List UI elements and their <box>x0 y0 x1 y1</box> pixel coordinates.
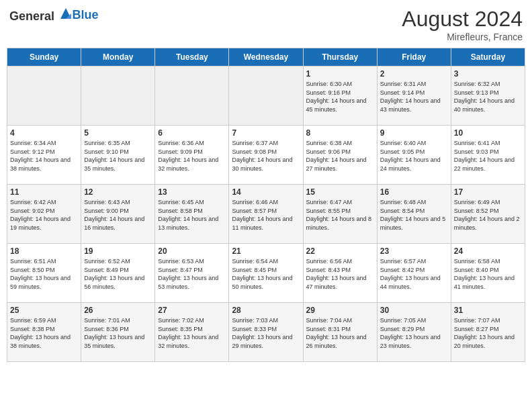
day-cell: 30Sunrise: 7:05 AMSunset: 8:29 PMDayligh… <box>377 303 451 362</box>
week-row-3: 11Sunrise: 6:42 AMSunset: 9:02 PMDayligh… <box>7 185 525 244</box>
day-number: 19 <box>84 246 152 256</box>
calendar-table: SundayMondayTuesdayWednesdayThursdayFrid… <box>7 48 525 362</box>
day-number: 21 <box>232 246 300 256</box>
day-cell: 19Sunrise: 6:52 AMSunset: 8:49 PMDayligh… <box>81 244 155 303</box>
day-cell: 15Sunrise: 6:47 AMSunset: 8:55 PMDayligh… <box>303 185 377 244</box>
day-cell: 7Sunrise: 6:37 AMSunset: 9:08 PMDaylight… <box>229 126 303 185</box>
day-header-friday: Friday <box>377 48 451 66</box>
day-number: 24 <box>454 246 522 256</box>
day-info: Sunrise: 6:48 AMSunset: 8:54 PMDaylight:… <box>380 198 448 232</box>
day-info: Sunrise: 6:47 AMSunset: 8:55 PMDaylight:… <box>306 198 374 232</box>
day-number: 12 <box>84 187 152 197</box>
day-info: Sunrise: 6:51 AMSunset: 8:50 PMDaylight:… <box>10 257 78 291</box>
day-number: 22 <box>306 246 374 256</box>
day-number: 25 <box>10 306 78 315</box>
logo-blue: Blue <box>73 8 99 21</box>
day-cell: 24Sunrise: 6:58 AMSunset: 8:40 PMDayligh… <box>451 244 525 303</box>
day-header-wednesday: Wednesday <box>229 48 303 66</box>
day-cell: 2Sunrise: 6:31 AMSunset: 9:14 PMDaylight… <box>377 66 451 126</box>
week-row-1: 1Sunrise: 6:30 AMSunset: 9:16 PMDaylight… <box>7 66 525 126</box>
day-cell: 3Sunrise: 6:32 AMSunset: 9:13 PMDaylight… <box>451 66 525 126</box>
day-cell: 16Sunrise: 6:48 AMSunset: 8:54 PMDayligh… <box>377 185 451 244</box>
day-cell: 17Sunrise: 6:49 AMSunset: 8:52 PMDayligh… <box>451 185 525 244</box>
day-info: Sunrise: 6:57 AMSunset: 8:42 PMDaylight:… <box>380 257 448 291</box>
day-info: Sunrise: 6:37 AMSunset: 9:08 PMDaylight:… <box>232 139 300 173</box>
day-info: Sunrise: 6:46 AMSunset: 8:57 PMDaylight:… <box>232 198 300 232</box>
day-number: 10 <box>454 128 522 138</box>
day-number: 26 <box>84 306 152 315</box>
day-number: 29 <box>306 306 374 315</box>
day-info: Sunrise: 6:54 AMSunset: 8:45 PMDaylight:… <box>232 257 300 291</box>
day-info: Sunrise: 6:32 AMSunset: 9:13 PMDaylight:… <box>454 80 522 113</box>
day-info: Sunrise: 6:45 AMSunset: 8:58 PMDaylight:… <box>158 198 226 232</box>
day-cell <box>81 66 155 126</box>
day-info: Sunrise: 6:42 AMSunset: 9:02 PMDaylight:… <box>10 198 78 232</box>
day-number: 6 <box>158 128 226 138</box>
day-number: 31 <box>454 306 522 315</box>
day-info: Sunrise: 6:49 AMSunset: 8:52 PMDaylight:… <box>454 198 522 232</box>
day-info: Sunrise: 6:41 AMSunset: 9:03 PMDaylight:… <box>454 139 522 173</box>
day-cell: 23Sunrise: 6:57 AMSunset: 8:42 PMDayligh… <box>377 244 451 303</box>
day-number: 4 <box>10 128 78 138</box>
week-row-5: 25Sunrise: 6:59 AMSunset: 8:38 PMDayligh… <box>7 303 525 362</box>
day-cell <box>7 66 81 126</box>
day-info: Sunrise: 6:59 AMSunset: 8:38 PMDaylight:… <box>10 316 78 350</box>
day-info: Sunrise: 6:35 AMSunset: 9:10 PMDaylight:… <box>84 139 152 173</box>
day-number: 11 <box>10 187 78 197</box>
day-cell: 29Sunrise: 7:04 AMSunset: 8:31 PMDayligh… <box>303 303 377 362</box>
day-cell: 26Sunrise: 7:01 AMSunset: 8:36 PMDayligh… <box>81 303 155 362</box>
day-number: 27 <box>158 306 226 315</box>
logo: General Blue <box>9 7 99 24</box>
day-cell: 4Sunrise: 6:34 AMSunset: 9:12 PMDaylight… <box>7 126 81 185</box>
day-info: Sunrise: 6:38 AMSunset: 9:06 PMDaylight:… <box>306 139 374 173</box>
day-info: Sunrise: 6:31 AMSunset: 9:14 PMDaylight:… <box>380 80 448 113</box>
day-number: 9 <box>380 128 448 138</box>
title-block: August 2024 Mirefleurs, France <box>402 7 523 42</box>
day-header-thursday: Thursday <box>303 48 377 66</box>
day-info: Sunrise: 7:03 AMSunset: 8:33 PMDaylight:… <box>232 316 300 350</box>
day-header-sunday: Sunday <box>7 48 81 66</box>
day-cell: 25Sunrise: 6:59 AMSunset: 8:38 PMDayligh… <box>7 303 81 362</box>
day-cell: 5Sunrise: 6:35 AMSunset: 9:10 PMDaylight… <box>81 126 155 185</box>
day-cell: 6Sunrise: 6:36 AMSunset: 9:09 PMDaylight… <box>155 126 229 185</box>
day-cell: 8Sunrise: 6:38 AMSunset: 9:06 PMDaylight… <box>303 126 377 185</box>
day-cell: 1Sunrise: 6:30 AMSunset: 9:16 PMDaylight… <box>303 66 377 126</box>
day-cell: 27Sunrise: 7:02 AMSunset: 8:35 PMDayligh… <box>155 303 229 362</box>
day-number: 2 <box>380 69 448 79</box>
week-row-2: 4Sunrise: 6:34 AMSunset: 9:12 PMDaylight… <box>7 126 525 185</box>
day-info: Sunrise: 6:36 AMSunset: 9:09 PMDaylight:… <box>158 139 226 173</box>
day-info: Sunrise: 6:34 AMSunset: 9:12 PMDaylight:… <box>10 139 78 173</box>
page-header: General Blue August 2024 Mirefleurs, Fra… <box>7 7 525 42</box>
month-title: August 2024 <box>402 7 523 32</box>
day-header-saturday: Saturday <box>451 48 525 66</box>
day-number: 20 <box>158 246 226 256</box>
day-number: 17 <box>454 187 522 197</box>
day-info: Sunrise: 7:05 AMSunset: 8:29 PMDaylight:… <box>380 316 448 350</box>
day-number: 18 <box>10 246 78 256</box>
day-header-monday: Monday <box>81 48 155 66</box>
day-info: Sunrise: 6:40 AMSunset: 9:05 PMDaylight:… <box>380 139 448 173</box>
day-number: 16 <box>380 187 448 197</box>
location: Mirefleurs, France <box>402 32 523 42</box>
day-cell: 20Sunrise: 6:53 AMSunset: 8:47 PMDayligh… <box>155 244 229 303</box>
day-number: 7 <box>232 128 300 138</box>
day-number: 13 <box>158 187 226 197</box>
day-number: 30 <box>380 306 448 315</box>
day-header-tuesday: Tuesday <box>155 48 229 66</box>
day-info: Sunrise: 6:56 AMSunset: 8:43 PMDaylight:… <box>306 257 374 291</box>
day-cell: 14Sunrise: 6:46 AMSunset: 8:57 PMDayligh… <box>229 185 303 244</box>
day-cell: 12Sunrise: 6:43 AMSunset: 9:00 PMDayligh… <box>81 185 155 244</box>
day-info: Sunrise: 7:01 AMSunset: 8:36 PMDaylight:… <box>84 316 152 350</box>
day-cell: 18Sunrise: 6:51 AMSunset: 8:50 PMDayligh… <box>7 244 81 303</box>
day-number: 1 <box>306 69 374 79</box>
day-info: Sunrise: 7:02 AMSunset: 8:35 PMDaylight:… <box>158 316 226 350</box>
day-number: 23 <box>380 246 448 256</box>
day-cell: 9Sunrise: 6:40 AMSunset: 9:05 PMDaylight… <box>377 126 451 185</box>
day-cell: 28Sunrise: 7:03 AMSunset: 8:33 PMDayligh… <box>229 303 303 362</box>
days-header-row: SundayMondayTuesdayWednesdayThursdayFrid… <box>7 48 525 66</box>
day-info: Sunrise: 7:04 AMSunset: 8:31 PMDaylight:… <box>306 316 374 350</box>
day-cell <box>155 66 229 126</box>
day-cell: 11Sunrise: 6:42 AMSunset: 9:02 PMDayligh… <box>7 185 81 244</box>
day-number: 5 <box>84 128 152 138</box>
day-cell: 22Sunrise: 6:56 AMSunset: 8:43 PMDayligh… <box>303 244 377 303</box>
